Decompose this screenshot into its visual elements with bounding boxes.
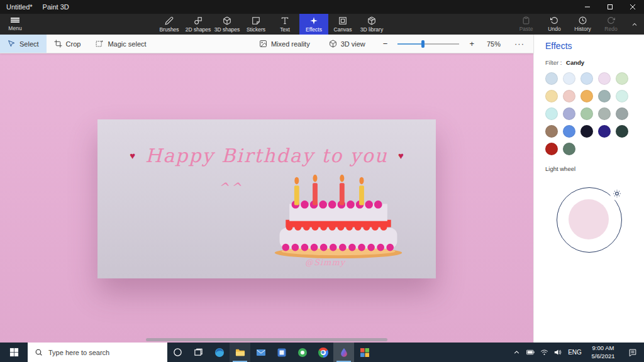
green-app-icon	[297, 348, 308, 358]
filter-swatch[interactable]	[545, 107, 558, 120]
zoom-slider[interactable]	[397, 43, 459, 45]
action-center-button[interactable]	[621, 348, 644, 357]
horizontal-scrollbar[interactable]	[146, 338, 387, 341]
tool-label: Effects	[306, 26, 322, 33]
cortana-button[interactable]	[167, 343, 188, 362]
brush-icon	[165, 16, 174, 25]
filter-swatch[interactable]	[598, 72, 611, 85]
close-button[interactable]	[621, 0, 644, 14]
filter-swatch[interactable]	[545, 125, 558, 138]
light-position-handle[interactable]	[610, 187, 624, 200]
3d-view-button[interactable]: 3D view	[321, 35, 373, 53]
taskbar-app-colorful[interactable]	[354, 343, 375, 362]
close-icon	[630, 4, 636, 10]
filter-swatch[interactable]	[545, 90, 558, 102]
tool-3d-library[interactable]: 3D library	[357, 14, 386, 35]
zoom-slider-thumb[interactable]	[421, 40, 425, 48]
taskbar-app-edge[interactable]	[209, 343, 230, 362]
taskbar-app-mail[interactable]	[250, 343, 271, 362]
filter-swatch[interactable]	[616, 72, 628, 85]
filter-swatch[interactable]	[616, 90, 628, 102]
filter-swatch[interactable]	[563, 125, 575, 138]
tool-text[interactable]: Text	[270, 14, 299, 35]
speaker-icon	[554, 348, 562, 356]
filter-label: Filter :	[545, 59, 562, 66]
paste-button[interactable]: Paste	[512, 14, 540, 35]
chevron-up-icon	[513, 348, 521, 356]
filter-swatch[interactable]	[598, 90, 611, 102]
zoom-out-button[interactable]: −	[373, 39, 392, 48]
tool-3d-shapes[interactable]: 3D shapes	[213, 14, 242, 35]
filter-swatch[interactable]	[545, 72, 558, 85]
search-placeholder: Type here to search	[48, 349, 109, 356]
taskbar-app-paint3d[interactable]	[333, 343, 354, 362]
paste-icon	[522, 16, 530, 25]
redo-label: Redo	[604, 26, 617, 32]
tool-2d-shapes[interactable]: 2D shapes	[184, 14, 213, 35]
mixed-reality-label: Mixed reality	[271, 40, 310, 48]
taskbar-app-chrome[interactable]	[313, 343, 333, 362]
magic-select-button[interactable]: Magic select	[88, 35, 153, 53]
taskbar-app-green[interactable]	[292, 343, 313, 362]
taskbar-app-file-explorer[interactable]	[230, 343, 250, 362]
more-options-button[interactable]: ···	[506, 39, 533, 48]
app-name: Paint 3D	[43, 3, 69, 11]
filter-swatch[interactable]	[563, 143, 575, 155]
crop-button[interactable]: Crop	[47, 35, 89, 53]
minimize-button[interactable]	[576, 0, 599, 14]
hamburger-icon	[11, 17, 19, 24]
maximize-button[interactable]	[599, 0, 621, 14]
tool-canvas[interactable]: Canvas	[328, 14, 357, 35]
filter-swatch[interactable]	[580, 90, 593, 102]
greeting-text: Happy Birthday to you	[145, 145, 388, 167]
network-status[interactable]	[537, 348, 551, 356]
taskbar-app-blue[interactable]	[271, 343, 292, 362]
select-label: Select	[19, 40, 39, 48]
clock[interactable]: 9:00 AM 5/6/2021	[585, 344, 621, 360]
menu-button[interactable]: Menu	[0, 14, 30, 35]
photo-canvas[interactable]: ♥ Happy Birthday to you ♥ ^^	[97, 119, 436, 278]
taskbar-search-input[interactable]: Type here to search	[28, 343, 167, 362]
redo-button[interactable]: Redo	[597, 14, 625, 35]
system-tray: ENG 9:00 AM 5/6/2021	[509, 343, 644, 362]
effects-icon	[309, 16, 318, 25]
heart-icon: ♥	[398, 150, 404, 161]
start-button[interactable]	[0, 343, 28, 362]
zoom-in-button[interactable]: +	[465, 39, 478, 48]
filter-swatch[interactable]	[545, 143, 558, 155]
birthday-cake-graphic	[270, 168, 407, 260]
select-button[interactable]: Select	[0, 35, 47, 53]
volume-status[interactable]	[551, 348, 565, 356]
filter-swatch[interactable]	[598, 125, 611, 138]
filter-swatch[interactable]	[580, 107, 593, 120]
light-wheel[interactable]	[557, 187, 622, 253]
filter-swatch[interactable]	[598, 107, 611, 120]
filter-swatch[interactable]	[580, 125, 593, 138]
paint3d-icon	[339, 348, 349, 358]
undo-button[interactable]: Undo	[540, 14, 569, 35]
3d-view-icon	[329, 40, 337, 48]
filter-swatch[interactable]	[563, 72, 575, 85]
paste-label: Paste	[519, 26, 533, 32]
filter-swatch[interactable]	[563, 90, 575, 102]
tool-tabs: Brushes 2D shapes 3D shapes Stickers Tex…	[155, 14, 386, 35]
tray-expand-button[interactable]	[509, 348, 523, 356]
windows-logo-icon	[9, 348, 19, 357]
tool-brushes[interactable]: Brushes	[155, 14, 184, 35]
task-view-button[interactable]	[188, 343, 209, 362]
tool-effects[interactable]: Effects	[299, 14, 328, 35]
history-button[interactable]: History	[569, 14, 597, 35]
chrome-icon	[318, 348, 328, 358]
tool-stickers[interactable]: Stickers	[242, 14, 270, 35]
filter-swatch[interactable]	[616, 125, 628, 138]
undo-label: Undo	[548, 26, 560, 32]
filter-swatch[interactable]	[563, 107, 575, 120]
battery-status[interactable]	[523, 348, 537, 356]
crop-label: Crop	[66, 40, 81, 48]
filter-swatch[interactable]	[616, 107, 628, 120]
mixed-reality-button[interactable]: Mixed reality	[252, 35, 318, 53]
document-title: Untitled*	[6, 3, 33, 11]
filter-swatch[interactable]	[580, 72, 593, 85]
collapse-ribbon-button[interactable]	[625, 14, 644, 35]
language-indicator[interactable]: ENG	[565, 349, 585, 356]
